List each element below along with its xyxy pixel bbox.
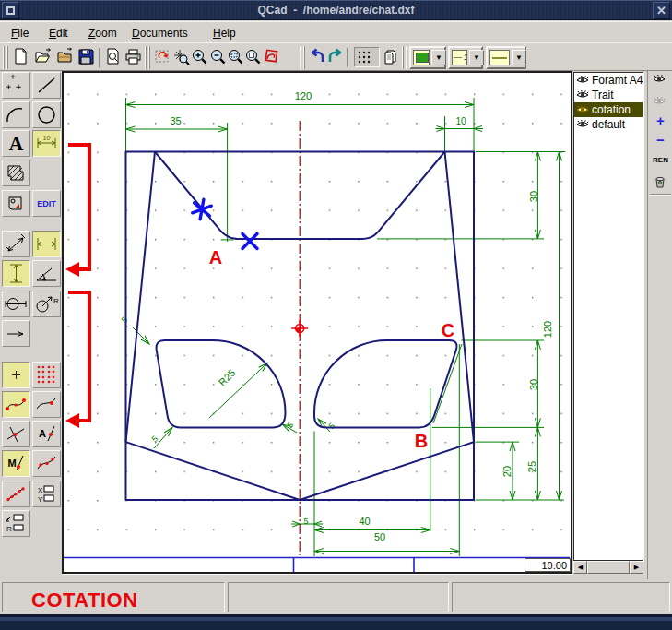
svg-text:120: 120: [542, 321, 553, 338]
svg-text:35: 35: [170, 115, 181, 126]
svg-text:Y: Y: [38, 495, 43, 504]
svg-text:C: C: [442, 320, 454, 340]
svg-text:10.00: 10.00: [541, 560, 567, 571]
svg-text:40: 40: [359, 516, 370, 527]
svg-text:20: 20: [501, 466, 513, 477]
svg-text:30: 30: [528, 379, 539, 390]
svg-text:50: 50: [374, 531, 385, 542]
svg-text:5: 5: [303, 517, 308, 526]
svg-text:R: R: [6, 525, 12, 533]
svg-text:R: R: [53, 297, 59, 305]
svg-text:120: 120: [295, 90, 312, 101]
svg-text:25: 25: [526, 461, 537, 472]
svg-text:A: A: [209, 247, 222, 267]
svg-text:X: X: [38, 486, 43, 494]
svg-text:30: 30: [528, 191, 539, 202]
svg-text:EDIT: EDIT: [37, 199, 56, 208]
svg-text:B: B: [415, 431, 428, 451]
svg-text:A: A: [39, 428, 46, 439]
svg-text:A: A: [9, 132, 24, 155]
svg-text:10: 10: [455, 116, 466, 126]
svg-text:M: M: [7, 458, 16, 469]
svg-text:10: 10: [43, 135, 51, 141]
